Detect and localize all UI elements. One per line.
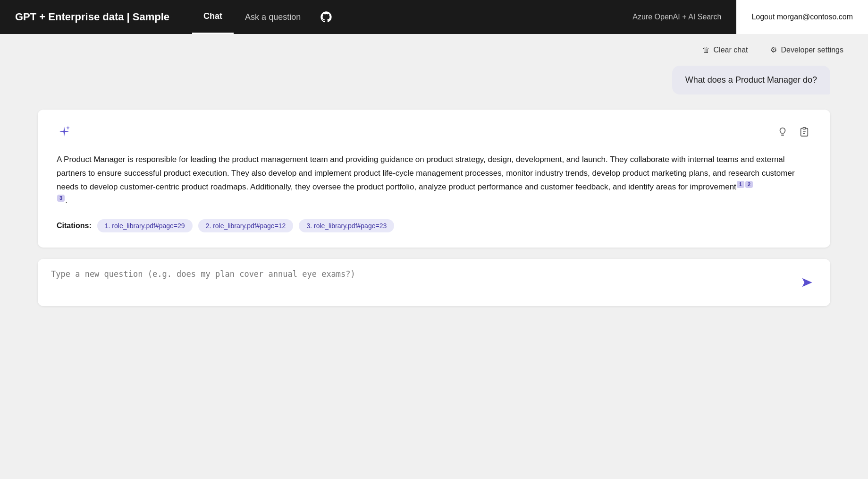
main-nav: Chat Ask a question Azure OpenAI + AI Se…	[192, 0, 736, 34]
svg-rect-1	[803, 128, 806, 129]
ai-response-card: A Product Manager is responsible for lea…	[38, 110, 830, 248]
ai-card-header	[57, 125, 811, 142]
developer-settings-button[interactable]: ⚙ Developer settings	[765, 42, 849, 58]
question-input-card	[38, 259, 830, 306]
citation-ref-3[interactable]: 3	[57, 195, 65, 202]
service-label: Azure OpenAI + AI Search	[617, 13, 736, 21]
main-content: What does a Product Manager do?	[0, 66, 868, 325]
app-header: GPT + Enterprise data | Sample Chat Ask …	[0, 0, 868, 34]
ai-response-text: A Product Manager is responsible for lea…	[57, 155, 795, 191]
github-icon[interactable]	[312, 10, 340, 24]
trash-icon: 🗑	[702, 46, 710, 54]
citations-label: Citations:	[57, 222, 92, 230]
citations-row: Citations: 1. role_library.pdf#page=29 2…	[57, 219, 811, 232]
toolbar: 🗑 Clear chat ⚙ Developer settings	[0, 34, 868, 66]
nav-chat[interactable]: Chat	[192, 0, 234, 34]
send-button[interactable]	[796, 272, 817, 293]
question-input[interactable]	[51, 268, 791, 297]
citation-ref-2[interactable]: 2	[745, 181, 753, 188]
ai-response-body: A Product Manager is responsible for lea…	[57, 153, 811, 208]
logout-button[interactable]: Logout morgan@contoso.com	[736, 0, 868, 34]
lightbulb-button[interactable]	[775, 125, 790, 142]
ai-response-period: .	[65, 196, 67, 205]
app-title: GPT + Enterprise data | Sample	[15, 11, 169, 23]
developer-settings-label: Developer settings	[781, 46, 843, 54]
citation-chip-2[interactable]: 2. role_library.pdf#page=12	[198, 219, 294, 232]
clear-chat-label: Clear chat	[714, 46, 748, 54]
citation-chip-3[interactable]: 3. role_library.pdf#page=23	[299, 219, 394, 232]
gear-icon: ⚙	[770, 45, 777, 54]
citation-ref-1[interactable]: 1	[737, 181, 744, 188]
user-message-wrapper: What does a Product Manager do?	[38, 66, 830, 94]
user-message-bubble: What does a Product Manager do?	[672, 66, 830, 94]
nav-ask-question[interactable]: Ask a question	[234, 0, 312, 34]
ai-sparkle-icon	[57, 125, 72, 140]
ai-action-icons	[775, 125, 811, 142]
clear-chat-button[interactable]: 🗑 Clear chat	[697, 42, 754, 58]
citation-chip-1[interactable]: 1. role_library.pdf#page=29	[97, 219, 193, 232]
clipboard-button[interactable]	[797, 125, 811, 142]
